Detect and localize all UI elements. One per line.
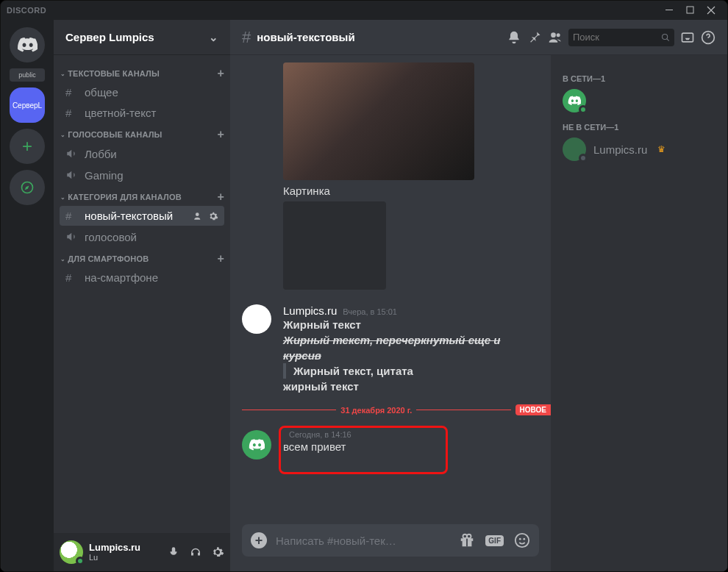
- app-wordmark: DISCORD: [7, 6, 46, 15]
- message-timestamp: Вчера, в 15:01: [343, 307, 397, 316]
- svg-point-15: [515, 534, 529, 547]
- help-button[interactable]: [701, 30, 715, 45]
- new-messages-divider: 31 декабря 2020 г. НОВОЕ: [242, 404, 539, 415]
- public-servers-label[interactable]: public: [10, 68, 45, 82]
- message-timestamp: Сегодня, в 14:16: [289, 430, 351, 439]
- composer-placeholder[interactable]: Написать #новый-тек…: [276, 535, 450, 547]
- image-caption: Картинка: [283, 185, 539, 197]
- window-minimize-button[interactable]: [660, 2, 680, 18]
- search-icon: [661, 32, 670, 43]
- svg-rect-0: [665, 10, 673, 10]
- svg-rect-12: [466, 538, 468, 546]
- channel-new-text[interactable]: # новый-текстовый: [60, 206, 224, 226]
- main-area: # новый-текстовый Картинка: [230, 20, 727, 571]
- message-text: Жирный текст, перечеркнутый еще и курсив: [283, 332, 539, 363]
- channel-colored-text[interactable]: #цветной-текст: [60, 103, 224, 123]
- member-item-offline[interactable]: Lumpics.ru ♛: [557, 135, 721, 164]
- pinned-messages-button[interactable]: [527, 30, 542, 45]
- status-online-icon: [76, 557, 85, 565]
- message-avatar[interactable]: [242, 304, 271, 334]
- add-channel-button[interactable]: +: [217, 190, 224, 204]
- hash-icon: #: [65, 210, 80, 222]
- explore-servers-button[interactable]: [10, 170, 45, 205]
- category-voice[interactable]: ⌄ГОЛОСОВЫЕ КАНАЛЫ+: [54, 124, 230, 143]
- svg-point-3: [196, 212, 199, 216]
- server-owner-icon: ♛: [657, 144, 665, 154]
- home-button[interactable]: [10, 27, 45, 62]
- members-offline-header: НЕ В СЕТИ—1: [557, 115, 721, 135]
- hash-icon: #: [242, 28, 251, 47]
- new-badge: НОВОЕ: [515, 404, 551, 415]
- emoji-button[interactable]: [514, 532, 530, 548]
- invite-icon[interactable]: [193, 211, 204, 221]
- inbox-button[interactable]: [680, 30, 695, 45]
- message-text: Жирный текст: [283, 317, 539, 332]
- message-image-attachment[interactable]: [283, 62, 474, 180]
- svg-point-17: [523, 538, 525, 540]
- guild-active[interactable]: СерверL: [10, 87, 45, 123]
- member-list-button[interactable]: [548, 30, 563, 45]
- svg-rect-8: [682, 33, 693, 42]
- svg-point-16: [519, 538, 521, 540]
- members-online-header: В СЕТИ—1: [557, 67, 721, 86]
- member-avatar: [563, 89, 586, 112]
- message-text: всем привет: [283, 439, 539, 454]
- channel-sidebar: Сервер Lumpics ⌄ ⌄ТЕКСТОВЫЕ КАНАЛЫ+ #общ…: [54, 20, 230, 571]
- svg-rect-1: [687, 7, 693, 13]
- server-header[interactable]: Сервер Lumpics ⌄: [54, 20, 230, 55]
- self-tag: Lu: [89, 553, 140, 562]
- channel-lobby[interactable]: Лобби: [60, 143, 224, 164]
- guild-list: public СерверL +: [1, 20, 54, 571]
- gift-button[interactable]: [459, 532, 475, 548]
- category-smartphones[interactable]: ⌄ДЛЯ СМАРТФОНОВ+: [54, 248, 230, 267]
- chevron-down-icon: ⌄: [209, 31, 218, 44]
- message-quote: Жирный текст, цитата: [283, 363, 539, 379]
- speaker-icon: [65, 147, 80, 160]
- speaker-icon: [65, 168, 80, 182]
- add-channel-button[interactable]: +: [217, 128, 224, 141]
- search-input[interactable]: [573, 32, 658, 43]
- user-panel: Lumpics.ru Lu: [54, 533, 230, 571]
- message-list[interactable]: Картинка Lumpics.ru Вчера, в 15:01 Жирны…: [230, 55, 551, 524]
- hash-icon: #: [65, 271, 80, 284]
- member-name: Lumpics.ru: [593, 143, 647, 156]
- message-author[interactable]: Lumpics.ru: [283, 304, 337, 317]
- channel-general[interactable]: #общее: [60, 82, 224, 102]
- mute-mic-button[interactable]: [167, 546, 180, 559]
- user-settings-button[interactable]: [211, 546, 224, 559]
- category-custom[interactable]: ⌄КАТЕГОРИЯ ДЛЯ КАНАЛОВ+: [54, 186, 230, 205]
- message-item: Lumpics.ru Вчера, в 15:01 Жирный текст Ж…: [242, 304, 539, 394]
- channel-title: новый-текстовый: [257, 31, 354, 43]
- message-avatar[interactable]: [242, 430, 271, 460]
- member-item-online[interactable]: [557, 86, 721, 115]
- self-avatar[interactable]: [60, 540, 83, 564]
- window-maximize-button[interactable]: [680, 2, 701, 18]
- server-name: Сервер Lumpics: [65, 31, 154, 43]
- message-composer: + Написать #новый-тек… GIF: [230, 524, 551, 571]
- hash-icon: #: [65, 107, 80, 119]
- member-list: В СЕТИ—1 НЕ В СЕТИ—1 Lumpics.ru ♛: [551, 55, 727, 571]
- status-offline-icon: [579, 154, 588, 162]
- gif-button[interactable]: GIF: [485, 535, 504, 546]
- speaker-icon: [65, 230, 80, 243]
- deafen-button[interactable]: [189, 546, 202, 559]
- status-online-icon: [579, 105, 588, 114]
- category-text[interactable]: ⌄ТЕКСТОВЫЕ КАНАЛЫ+: [54, 62, 230, 82]
- hash-icon: #: [65, 86, 80, 99]
- channel-gaming[interactable]: Gaming: [60, 165, 224, 185]
- add-channel-button[interactable]: +: [217, 67, 224, 80]
- add-server-button[interactable]: +: [10, 129, 45, 164]
- add-channel-button[interactable]: +: [217, 252, 224, 265]
- search-box[interactable]: [568, 29, 674, 46]
- divider-date: 31 декабря 2020 г.: [340, 406, 412, 415]
- gear-icon[interactable]: [208, 211, 218, 221]
- channel-smartphone[interactable]: #на-смартфоне: [60, 268, 224, 287]
- self-username: Lumpics.ru: [89, 543, 140, 553]
- channel-header: # новый-текстовый: [230, 20, 727, 55]
- window-close-button[interactable]: [701, 2, 721, 18]
- message-embed-placeholder[interactable]: [283, 201, 386, 290]
- attach-button[interactable]: +: [251, 532, 267, 548]
- svg-point-7: [662, 34, 667, 39]
- channel-voice-custom[interactable]: голосовой: [60, 226, 224, 247]
- notifications-button[interactable]: [507, 30, 521, 45]
